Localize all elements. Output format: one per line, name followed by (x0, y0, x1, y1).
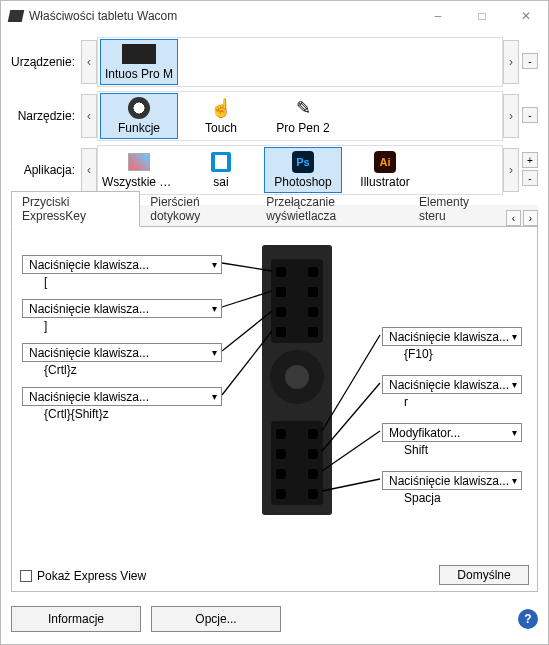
tab-scroll-right[interactable]: › (523, 210, 538, 226)
all-apps-icon (121, 151, 157, 173)
app-icon (8, 10, 25, 22)
minimize-button[interactable]: – (416, 2, 460, 30)
tab-display-toggle[interactable]: Przełączanie wyświetlacza (256, 192, 409, 226)
tab-touchring[interactable]: Pierścień dotykowy (140, 192, 256, 226)
checkbox-icon (20, 570, 32, 582)
app-photoshop[interactable]: Ps Photoshop (264, 147, 342, 193)
show-express-view-checkbox[interactable]: Pokaż Express View (20, 569, 146, 583)
combo-text: Naciśnięcie klawisza... (29, 258, 149, 272)
left-key-3-value: {Crtl}z (44, 363, 77, 377)
button-label: Domyślne (457, 568, 510, 582)
right-key-4-value: Spacja (404, 491, 441, 505)
tab-controls[interactable]: Elementy steru (409, 192, 504, 226)
tab-bar: Przyciski ExpressKey Pierścień dotykowy … (11, 205, 538, 227)
device-name: Intuos Pro M (105, 67, 173, 81)
chevron-down-icon: ▾ (512, 427, 517, 438)
tool-tray: Funkcje ☝ Touch ✎ Pro Pen 2 (97, 91, 503, 141)
tablet-icon (121, 43, 157, 65)
tool-functions[interactable]: Funkcje (100, 93, 178, 139)
combo-text: Naciśnięcie klawisza... (29, 390, 149, 404)
app-row: Aplikacja: ‹ Wszystkie poz... sai Ps Pho… (11, 145, 538, 195)
chevron-down-icon: ▾ (512, 475, 517, 486)
expresskey-remote-graphic (262, 245, 332, 515)
chevron-down-icon: ▾ (512, 379, 517, 390)
device-label: Urządzenie: (11, 55, 81, 69)
left-key-4-value: {Crtl}{Shift}z (44, 407, 109, 421)
app-add-button[interactable]: + (522, 152, 538, 168)
app-name: Photoshop (274, 175, 331, 189)
tab-scroll-left[interactable]: ‹ (506, 210, 521, 226)
left-key-3-combo[interactable]: Naciśnięcie klawisza...▾ (22, 343, 222, 362)
app-all[interactable]: Wszystkie poz... (100, 147, 178, 193)
chevron-down-icon: ▾ (212, 347, 217, 358)
app-prev-button[interactable]: ‹ (81, 148, 97, 192)
device-remove-button[interactable]: - (522, 53, 538, 69)
tool-row: Narzędzie: ‹ Funkcje ☝ Touch ✎ Pro Pen 2… (11, 91, 538, 141)
combo-text: Naciśnięcie klawisza... (29, 302, 149, 316)
selector-rows: Urządzenie: ‹ Intuos Pro M › - Narzędzie… (1, 31, 548, 201)
titlebar: Właściwości tabletu Wacom – □ ✕ (1, 1, 548, 31)
left-key-1-combo[interactable]: Naciśnięcie klawisza...▾ (22, 255, 222, 274)
right-key-4-combo[interactable]: Naciśnięcie klawisza...▾ (382, 471, 522, 490)
combo-text: Naciśnięcie klawisza... (29, 346, 149, 360)
functions-icon (121, 97, 157, 119)
app-remove-button[interactable]: - (522, 170, 538, 186)
chevron-down-icon: ▾ (212, 391, 217, 402)
close-button[interactable]: ✕ (504, 2, 548, 30)
app-tray: Wszystkie poz... sai Ps Photoshop Ai Ill… (97, 145, 503, 195)
app-label: Aplikacja: (11, 163, 81, 177)
tool-remove-button[interactable]: - (522, 107, 538, 123)
tool-touch[interactable]: ☝ Touch (182, 93, 260, 139)
options-button[interactable]: Opcje... (151, 606, 281, 632)
maximize-button[interactable]: □ (460, 2, 504, 30)
button-label: Opcje... (195, 612, 236, 626)
right-key-3-value: Shift (404, 443, 428, 457)
touch-ring-graphic (270, 350, 324, 404)
device-row: Urządzenie: ‹ Intuos Pro M › - (11, 37, 538, 87)
pen-icon: ✎ (285, 97, 321, 119)
default-button[interactable]: Domyślne (439, 565, 529, 585)
combo-text: Naciśnięcie klawisza... (389, 378, 509, 392)
combo-text: Modyfikator... (389, 426, 460, 440)
touch-icon: ☝ (203, 97, 239, 119)
tool-name: Funkcje (118, 121, 160, 135)
combo-text: Naciśnięcie klawisza... (389, 330, 509, 344)
device-intuos-pro-m[interactable]: Intuos Pro M (100, 39, 178, 85)
tool-pro-pen-2[interactable]: ✎ Pro Pen 2 (264, 93, 342, 139)
bottom-bar: Informacje Opcje... ? (1, 598, 548, 644)
checkbox-label: Pokaż Express View (37, 569, 146, 583)
device-tray: Intuos Pro M (97, 37, 503, 87)
app-illustrator[interactable]: Ai Illustrator (346, 147, 424, 193)
tool-name: Touch (205, 121, 237, 135)
app-name: sai (213, 175, 228, 189)
button-label: Informacje (48, 612, 104, 626)
chevron-down-icon: ▾ (212, 303, 217, 314)
tool-name: Pro Pen 2 (276, 121, 329, 135)
sai-icon (203, 151, 239, 173)
photoshop-icon: Ps (285, 151, 321, 173)
info-button[interactable]: Informacje (11, 606, 141, 632)
right-key-3-combo[interactable]: Modyfikator...▾ (382, 423, 522, 442)
left-key-4-combo[interactable]: Naciśnięcie klawisza...▾ (22, 387, 222, 406)
device-next-button[interactable]: › (503, 40, 519, 84)
right-key-1-value: {F10} (404, 347, 433, 361)
illustrator-icon: Ai (367, 151, 403, 173)
right-key-2-combo[interactable]: Naciśnięcie klawisza...▾ (382, 375, 522, 394)
right-key-2-value: r (404, 395, 408, 409)
tool-prev-button[interactable]: ‹ (81, 94, 97, 138)
right-key-1-combo[interactable]: Naciśnięcie klawisza...▾ (382, 327, 522, 346)
combo-text: Naciśnięcie klawisza... (389, 474, 509, 488)
left-key-2-value: ] (44, 319, 47, 333)
tool-label: Narzędzie: (11, 109, 81, 123)
device-prev-button[interactable]: ‹ (81, 40, 97, 84)
app-name: Wszystkie poz... (102, 175, 176, 189)
tab-expresskey[interactable]: Przyciski ExpressKey (11, 191, 140, 227)
app-sai[interactable]: sai (182, 147, 260, 193)
help-icon[interactable]: ? (518, 609, 538, 629)
app-next-button[interactable]: › (503, 148, 519, 192)
chevron-down-icon: ▾ (212, 259, 217, 270)
left-key-2-combo[interactable]: Naciśnięcie klawisza...▾ (22, 299, 222, 318)
left-key-1-value: [ (44, 275, 47, 289)
tool-next-button[interactable]: › (503, 94, 519, 138)
window-title: Właściwości tabletu Wacom (29, 9, 416, 23)
